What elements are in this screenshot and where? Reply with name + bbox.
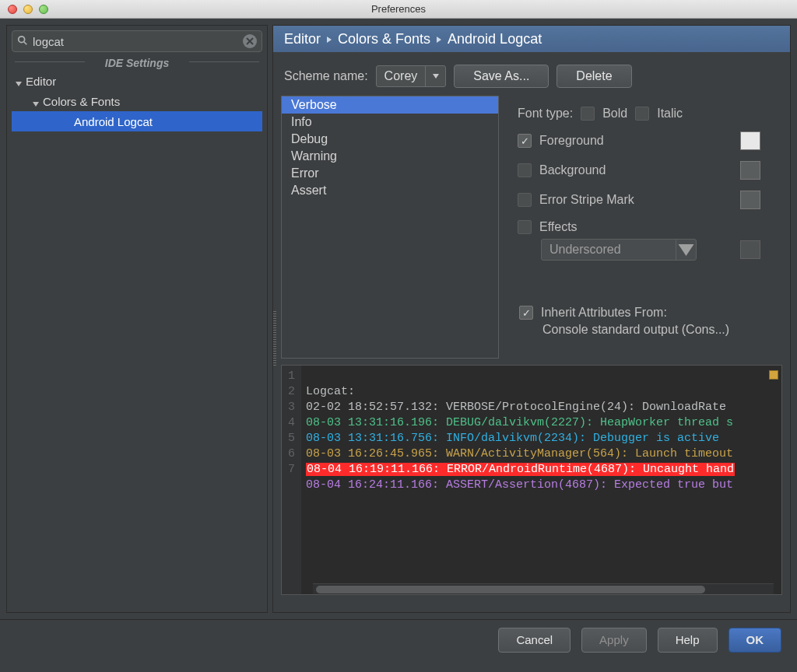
scheme-select[interactable]: Corey bbox=[376, 65, 447, 87]
line-number: 2 bbox=[288, 384, 295, 400]
search-input[interactable] bbox=[33, 35, 238, 48]
effects-color-swatch[interactable] bbox=[740, 240, 760, 259]
scheme-label: Scheme name: bbox=[284, 69, 368, 83]
level-item-assert[interactable]: Assert bbox=[282, 182, 498, 199]
svg-line-1 bbox=[24, 41, 27, 44]
preview-line: Logcat: bbox=[306, 385, 355, 398]
svg-marker-4 bbox=[16, 82, 22, 86]
chevron-right-icon bbox=[325, 31, 333, 47]
delete-button[interactable]: Delete bbox=[556, 65, 631, 88]
sidebar: IDE Settings Editor Colors & Fonts Andro… bbox=[6, 25, 268, 613]
italic-label: Italic bbox=[657, 107, 683, 121]
scheme-row: Scheme name: Corey Save As... Delete bbox=[273, 52, 790, 96]
inherit-label: Inherit Attributes From: bbox=[541, 306, 667, 320]
level-item-warning[interactable]: Warning bbox=[282, 148, 498, 165]
preview-code[interactable]: Logcat: 02-02 18:52:57.132: VERBOSE/Prot… bbox=[301, 366, 781, 594]
line-number: 4 bbox=[288, 415, 295, 431]
level-item-info[interactable]: Info bbox=[282, 114, 498, 131]
level-item-error[interactable]: Error bbox=[282, 165, 498, 182]
preview-line: 02-02 18:52:57.132: VERBOSE/ProtocolEngi… bbox=[306, 401, 733, 414]
foreground-label: Foreground bbox=[539, 134, 604, 148]
effects-label: Effects bbox=[539, 220, 578, 234]
ide-settings-section-label: IDE Settings bbox=[12, 52, 262, 71]
bold-checkbox[interactable] bbox=[581, 107, 595, 121]
line-number: 1 bbox=[288, 369, 295, 384]
preview-line: 08-03 16:26:45.965: WARN/ActivityManager… bbox=[306, 447, 733, 460]
effects-value: Underscored bbox=[542, 243, 676, 257]
chevron-down-icon bbox=[676, 240, 696, 260]
tree-item-android-logcat[interactable]: Android Logcat bbox=[12, 111, 262, 131]
foreground-color-swatch[interactable] bbox=[740, 131, 760, 150]
svg-marker-9 bbox=[679, 244, 694, 256]
background-color-swatch[interactable] bbox=[740, 161, 760, 180]
svg-marker-8 bbox=[433, 74, 439, 79]
line-number: 3 bbox=[288, 400, 295, 415]
dialog-footer: Cancel Apply Help OK bbox=[0, 619, 797, 660]
breadcrumb-item: Android Logcat bbox=[448, 31, 542, 47]
splitter-grip-icon[interactable] bbox=[273, 311, 276, 366]
font-type-label: Font type: bbox=[518, 107, 573, 121]
chevron-down-icon[interactable] bbox=[425, 66, 445, 86]
scrollbar-thumb[interactable] bbox=[316, 586, 705, 593]
gutter: 1 2 3 4 5 6 7 bbox=[282, 366, 301, 594]
warning-marker-icon[interactable] bbox=[769, 370, 778, 380]
chevron-down-icon bbox=[15, 77, 23, 85]
stripe-label: Error Stripe Mark bbox=[539, 193, 634, 207]
settings-page: Editor Colors & Fonts Android Logcat Sch… bbox=[272, 25, 791, 613]
tree-item-colors-fonts[interactable]: Colors & Fonts bbox=[12, 91, 262, 111]
apply-button[interactable]: Apply bbox=[581, 628, 647, 653]
foreground-checkbox[interactable] bbox=[518, 134, 532, 148]
inherit-source-label[interactable]: Console standard output (Cons...) bbox=[519, 323, 776, 337]
tree-label: Android Logcat bbox=[74, 115, 153, 128]
preview-pane: 1 2 3 4 5 6 7 Logcat: 02-02 18:52:57.132… bbox=[281, 365, 782, 595]
preview-line: 08-03 13:31:16.196: DEBUG/dalvikvm(2227)… bbox=[306, 416, 733, 429]
level-item-verbose[interactable]: Verbose bbox=[282, 96, 498, 114]
ok-button[interactable]: OK bbox=[729, 628, 782, 653]
background-label: Background bbox=[539, 163, 606, 177]
svg-marker-5 bbox=[33, 102, 39, 107]
line-number: 7 bbox=[288, 462, 295, 478]
breadcrumb: Editor Colors & Fonts Android Logcat bbox=[273, 26, 790, 52]
svg-point-0 bbox=[19, 36, 25, 42]
settings-tree: Editor Colors & Fonts Android Logcat bbox=[12, 71, 262, 131]
preview-line: 08-03 13:31:16.756: INFO/dalvikvm(2234):… bbox=[306, 432, 719, 445]
stripe-checkbox[interactable] bbox=[518, 193, 532, 207]
svg-marker-6 bbox=[327, 37, 332, 43]
background-checkbox[interactable] bbox=[518, 163, 532, 177]
tree-label: Colors & Fonts bbox=[43, 95, 120, 108]
help-button[interactable]: Help bbox=[658, 628, 718, 653]
attribute-pane: Font type: Bold Italic Foreground Backgr… bbox=[504, 96, 782, 359]
line-number: 5 bbox=[288, 431, 295, 446]
search-icon bbox=[17, 35, 28, 48]
window-title: Preferences bbox=[0, 3, 797, 15]
breadcrumb-item[interactable]: Editor bbox=[284, 31, 321, 47]
log-level-list[interactable]: Verbose Info Debug Warning Error Assert bbox=[281, 96, 499, 359]
line-number: 6 bbox=[288, 446, 295, 462]
bold-label: Bold bbox=[602, 107, 627, 121]
tree-label: Editor bbox=[26, 75, 56, 88]
inherit-checkbox[interactable] bbox=[519, 306, 533, 320]
tree-item-editor[interactable]: Editor bbox=[12, 71, 262, 91]
preview-line: 08-04 16:19:11.166: ERROR/AndroidRuntime… bbox=[306, 463, 735, 476]
search-field[interactable] bbox=[12, 30, 262, 52]
svg-marker-7 bbox=[437, 37, 441, 43]
effects-select[interactable]: Underscored bbox=[541, 239, 697, 261]
chevron-right-icon bbox=[435, 31, 443, 47]
italic-checkbox[interactable] bbox=[635, 107, 649, 121]
scheme-value: Corey bbox=[377, 69, 426, 83]
horizontal-scrollbar[interactable] bbox=[313, 583, 774, 594]
clear-search-icon[interactable] bbox=[243, 34, 257, 48]
effects-checkbox[interactable] bbox=[518, 220, 532, 234]
titlebar: Preferences bbox=[0, 0, 797, 19]
level-item-debug[interactable]: Debug bbox=[282, 131, 498, 148]
cancel-button[interactable]: Cancel bbox=[498, 628, 571, 653]
breadcrumb-item[interactable]: Colors & Fonts bbox=[338, 31, 430, 47]
save-as-button[interactable]: Save As... bbox=[454, 65, 549, 88]
chevron-down-icon bbox=[32, 97, 40, 105]
stripe-color-swatch[interactable] bbox=[740, 191, 760, 209]
preview-line: 08-04 16:24:11.166: ASSERT/Assertion(468… bbox=[306, 478, 733, 492]
